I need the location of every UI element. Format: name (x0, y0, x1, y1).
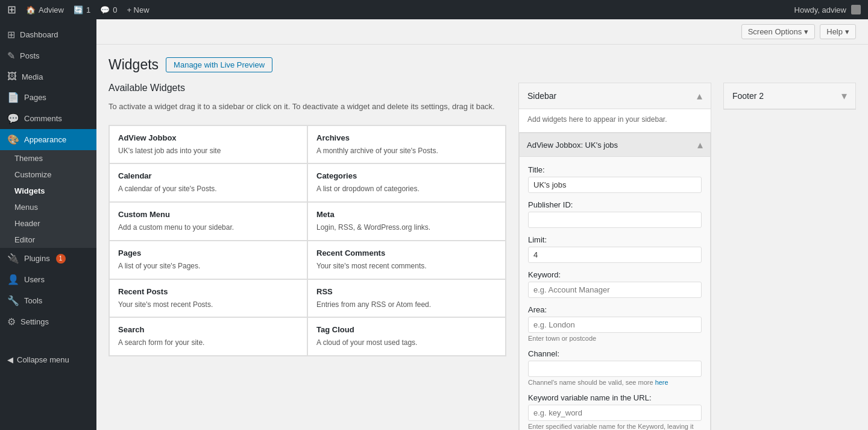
widget-desc: A cloud of your most used tags. (316, 338, 497, 348)
sidebar-item-users[interactable]: 👤 Users (0, 269, 96, 290)
widget-desc: A list of your site's Pages. (118, 261, 298, 271)
footer-panel-title: Footer 2 (732, 91, 764, 101)
limit-row: Limit: (528, 235, 702, 263)
available-widgets-col: Available Widgets To activate a widget d… (108, 83, 506, 430)
channel-input[interactable] (528, 361, 702, 377)
widget-name: Search (118, 325, 298, 334)
widget-expanded-title: AdView Jobbox: UK's jobs (527, 141, 618, 150)
new-item[interactable]: + New (127, 5, 149, 14)
sidebar-item-media[interactable]: 🖼 Media (0, 66, 96, 87)
sidebar-item-widgets[interactable]: Widgets (0, 183, 96, 199)
channel-hint: Channel's name should be valid, see more… (528, 379, 702, 386)
area-label: Area: (528, 305, 702, 314)
channel-hint-link[interactable]: here (655, 379, 668, 386)
sidebar-item-comments[interactable]: 💬 Comments (0, 108, 96, 129)
updates-item[interactable]: 🔄 1 (74, 5, 90, 14)
widget-recent-posts[interactable]: Recent Posts Your site's most recent Pos… (109, 279, 307, 318)
live-preview-button[interactable]: Manage with Live Preview (166, 57, 272, 72)
keyword-var-hint: Enter specified variable name for the Ke… (528, 423, 702, 430)
sidebar-panel-toggle-icon (697, 89, 702, 103)
wp-logo[interactable]: ⊞ (7, 3, 16, 16)
title-input[interactable] (528, 177, 702, 193)
plugins-icon: 🔌 (7, 253, 19, 264)
sidebar-item-settings[interactable]: ⚙ Settings (0, 311, 96, 332)
adview-jobbox-widget: AdView Jobbox: UK's jobs Title: (519, 133, 711, 430)
footer-panel-header[interactable]: Footer 2 (724, 83, 855, 109)
limit-input[interactable] (528, 247, 702, 263)
area-input[interactable] (528, 317, 702, 333)
keyword-var-label: Keyword variable name in the URL: (528, 393, 702, 402)
widget-name: AdView Jobbox (118, 133, 298, 142)
page-header: Widgets Manage with Live Preview (108, 57, 856, 73)
widget-name: Tag Cloud (316, 325, 497, 334)
sidebar-widget-col: Sidebar Add widgets here to appear in yo… (518, 83, 711, 430)
widget-desc: A search form for your site. (118, 338, 298, 348)
sidebar-panel-title: Sidebar (527, 91, 556, 101)
widget-name: Meta (316, 210, 497, 219)
sidebar-item-customize[interactable]: Customize (0, 166, 96, 183)
widget-expanded-header[interactable]: AdView Jobbox: UK's jobs (520, 133, 710, 157)
widget-archives[interactable]: Archives A monthly archive of your site'… (307, 125, 506, 164)
keyword-var-row: Keyword variable name in the URL: Enter … (528, 393, 702, 430)
sidebar-item-tools[interactable]: 🔧 Tools (0, 290, 96, 311)
comments-item[interactable]: 💬 0 (100, 5, 117, 14)
publisher-id-input[interactable] (528, 212, 702, 228)
sidebar-item-themes[interactable]: Themes (0, 150, 96, 166)
keyword-label: Keyword: (528, 270, 702, 279)
tools-icon: 🔧 (7, 295, 19, 306)
available-widgets-title: Available Widgets (108, 83, 506, 93)
sidebar-item-menus[interactable]: Menus (0, 199, 96, 215)
title-field-row: Title: (528, 165, 702, 193)
sidebar-item-editor[interactable]: Editor (0, 232, 96, 248)
widget-recent-comments[interactable]: Recent Comments Your site's most recent … (307, 241, 506, 279)
widget-desc: Your site's most recent comments. (316, 261, 497, 271)
widget-desc: Add a custom menu to your sidebar. (118, 223, 298, 233)
sidebar-item-header[interactable]: Header (0, 215, 96, 232)
widget-name: Archives (316, 133, 497, 142)
widget-meta[interactable]: Meta Login, RSS, & WordPress.org links. (307, 202, 506, 241)
layout: ⊞ Dashboard ✎ Posts 🖼 Media 📄 Pages 💬 Co… (0, 19, 868, 430)
sidebar-item-plugins[interactable]: 🔌 Plugins 1 (0, 248, 96, 269)
available-widgets-desc: To activate a widget drag it to a sideba… (108, 101, 506, 113)
updates-icon: 🔄 (74, 5, 83, 14)
admin-bar: ⊞ 🏠 Adview 🔄 1 💬 0 + New Howdy, adview (0, 0, 868, 19)
widget-name: Categories (316, 171, 497, 180)
screen-options-button[interactable]: Screen Options (741, 24, 816, 39)
sidebar-item-dashboard[interactable]: ⊞ Dashboard (0, 24, 96, 45)
sidebar-item-posts[interactable]: ✎ Posts (0, 45, 96, 66)
widget-name: Custom Menu (118, 210, 298, 219)
widget-search[interactable]: Search A search form for your site. (109, 317, 307, 356)
keyword-var-input[interactable] (528, 405, 702, 421)
widget-name: Pages (118, 248, 298, 258)
widget-name: Recent Posts (118, 287, 298, 296)
widget-adview-jobbox[interactable]: AdView Jobbox UK's latest job ads into y… (109, 125, 307, 164)
home-icon: 🏠 (26, 5, 36, 14)
widget-name: Recent Comments (316, 248, 497, 258)
chevron-down-icon (845, 27, 849, 36)
main-content: Screen Options Help Widgets Manage with … (96, 19, 868, 430)
appearance-icon: 🎨 (7, 134, 19, 145)
widget-calendar[interactable]: Calendar A calendar of your site's Posts… (109, 163, 307, 202)
sidebar-panel-header[interactable]: Sidebar (519, 83, 711, 109)
media-icon: 🖼 (7, 71, 17, 82)
site-name[interactable]: 🏠 Adview (26, 5, 64, 14)
comments-icon: 💬 (100, 5, 110, 14)
widget-custom-menu[interactable]: Custom Menu Add a custom menu to your si… (109, 202, 307, 241)
sidebar-item-appearance[interactable]: 🎨 Appearance (0, 129, 96, 150)
widget-tag-cloud[interactable]: Tag Cloud A cloud of your most used tags… (307, 317, 506, 356)
collapse-menu-button[interactable]: ◀ Collapse menu (0, 350, 96, 369)
widget-pages[interactable]: Pages A list of your site's Pages. (109, 241, 307, 279)
widget-categories[interactable]: Categories A list or dropdown of categor… (307, 163, 506, 202)
appearance-submenu: Themes Customize Widgets Menus Header Ed… (0, 150, 96, 248)
dashboard-icon: ⊞ (7, 29, 15, 40)
publisher-id-row: Publisher ID: (528, 200, 702, 228)
widget-rss[interactable]: RSS Entries from any RSS or Atom feed. (307, 279, 506, 318)
keyword-input[interactable] (528, 282, 702, 298)
page-title: Widgets (108, 57, 159, 73)
help-button[interactable]: Help (820, 24, 856, 39)
area-hint: Enter town or postcode (528, 335, 702, 342)
sidebar-panel: Sidebar Add widgets here to appear in yo… (518, 83, 711, 430)
sidebar-item-pages[interactable]: 📄 Pages (0, 87, 96, 108)
posts-icon: ✎ (7, 50, 15, 62)
footer-panel-toggle-icon (841, 89, 847, 103)
